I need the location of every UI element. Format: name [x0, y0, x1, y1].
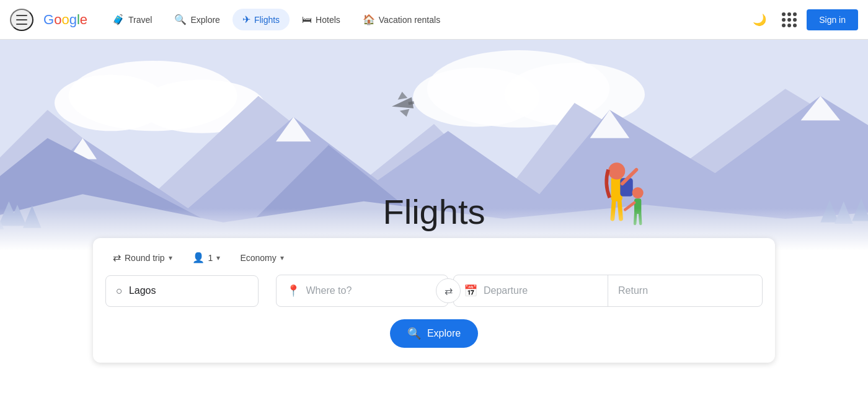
explore-btn-wrapper: 🔍 Explore: [105, 319, 763, 348]
trip-type-selector[interactable]: ⇄ Round trip ▾: [105, 248, 180, 267]
origin-icon: ○: [116, 285, 123, 298]
nav-tab-flights-label: Flights: [254, 15, 280, 25]
return-field[interactable]: [608, 275, 762, 306]
destination-field[interactable]: 📍: [276, 275, 449, 307]
destination-input[interactable]: [306, 285, 438, 296]
origin-field[interactable]: ○: [106, 276, 258, 306]
hamburger-menu-button[interactable]: [10, 9, 33, 31]
explore-button[interactable]: 🔍 Explore: [390, 319, 478, 348]
svg-point-34: [632, 187, 644, 198]
vacation-icon: 🏠: [363, 14, 375, 25]
trip-type-label: Round trip: [125, 253, 165, 263]
passengers-chevron: ▾: [216, 254, 220, 262]
calendar-icon: 📅: [464, 284, 477, 298]
passengers-icon: 👤: [192, 252, 205, 263]
search-panel-wrapper: ⇄ Round trip ▾ 👤 1 ▾ Economy ▾ ○: [0, 238, 868, 363]
google-logo: Google: [43, 12, 87, 28]
travel-icon: 🧳: [112, 14, 125, 25]
destination-icon: 📍: [286, 284, 300, 298]
trip-type-chevron: ▾: [169, 254, 172, 262]
nav-tab-hotels-label: Hotels: [316, 15, 340, 25]
flights-icon: ✈: [242, 14, 250, 25]
dark-mode-icon: 🌙: [753, 13, 766, 27]
origin-field-wrapper: ○: [105, 275, 259, 307]
nav-tab-explore[interactable]: 🔍 Explore: [164, 9, 229, 30]
nav-tab-travel[interactable]: 🧳 Travel: [102, 9, 162, 30]
nav-tab-vacation-rentals[interactable]: 🏠 Vacation rentals: [353, 9, 450, 30]
nav-tab-explore-label: Explore: [190, 15, 219, 25]
page-title: Flights: [383, 192, 485, 232]
apps-button[interactable]: [777, 7, 802, 32]
return-input[interactable]: [618, 285, 752, 296]
svg-point-29: [608, 162, 625, 179]
class-chevron: ▾: [280, 254, 284, 262]
nav-tab-hotels[interactable]: 🛏 Hotels: [292, 9, 350, 30]
departure-input[interactable]: [484, 285, 598, 296]
search-options: ⇄ Round trip ▾ 👤 1 ▾ Economy ▾: [105, 248, 763, 267]
departure-field[interactable]: 📅: [454, 275, 608, 306]
apps-grid-icon: [782, 12, 797, 27]
swap-icon: ⇄: [445, 285, 453, 297]
class-label: Economy: [240, 253, 276, 263]
header-right: 🌙 Sign in: [747, 7, 858, 32]
passengers-count: 1: [208, 253, 213, 263]
explore-icon: 🔍: [174, 14, 187, 25]
nav-tab-vacation-label: Vacation rentals: [379, 15, 440, 25]
sign-in-button[interactable]: Sign in: [807, 9, 858, 30]
nav-tab-flights[interactable]: ✈ Flights: [232, 9, 290, 30]
search-icon: 🔍: [407, 327, 421, 340]
passengers-selector[interactable]: 👤 1 ▾: [185, 248, 228, 267]
class-selector[interactable]: Economy ▾: [232, 249, 291, 267]
search-fields: ○ ⇄ 📍 📅: [105, 275, 763, 307]
search-panel: ⇄ Round trip ▾ 👤 1 ▾ Economy ▾ ○: [93, 238, 775, 363]
header-left: Google 🧳 Travel 🔍 Explore ✈ Flights 🛏 Ho…: [10, 9, 450, 31]
swap-button[interactable]: ⇄: [436, 278, 461, 303]
dark-mode-button[interactable]: 🌙: [747, 7, 772, 32]
header: Google 🧳 Travel 🔍 Explore ✈ Flights 🛏 Ho…: [0, 0, 868, 40]
nav-tabs: 🧳 Travel 🔍 Explore ✈ Flights 🛏 Hotels 🏠 …: [102, 9, 450, 30]
origin-input[interactable]: [129, 285, 248, 296]
hotels-icon: 🛏: [302, 14, 312, 25]
hero-section: Flights: [0, 40, 868, 250]
nav-tab-travel-label: Travel: [128, 15, 152, 25]
explore-label: Explore: [427, 328, 461, 339]
date-fields: 📅: [453, 275, 763, 307]
round-trip-icon: ⇄: [113, 252, 121, 263]
